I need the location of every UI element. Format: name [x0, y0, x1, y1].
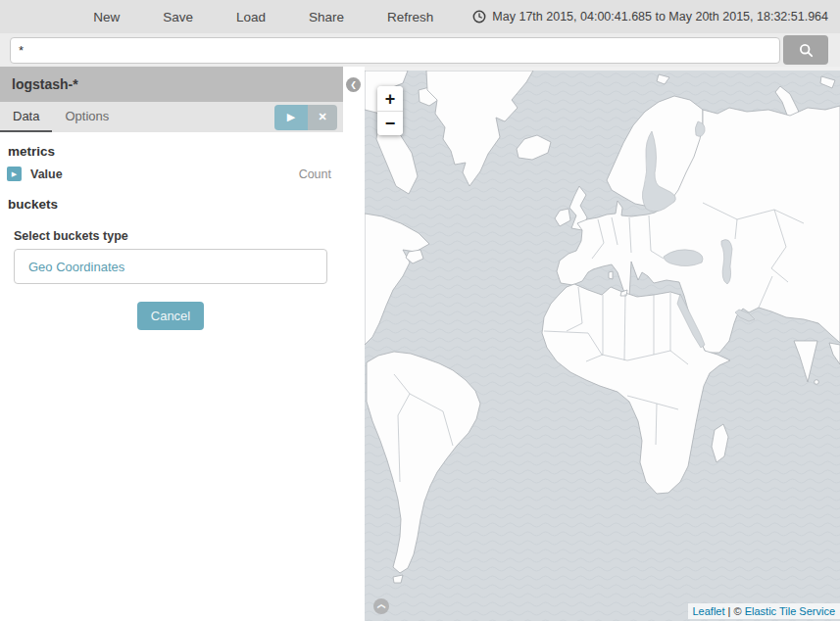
zoom-in-button[interactable]: + — [377, 86, 403, 111]
map-attribution: Leaflet | © Elastic Tile Service — [688, 603, 840, 619]
leaflet-link[interactable]: Leaflet — [693, 605, 725, 617]
main-area: logstash-* Data Options ▶ ✕ metrics ▶ Va… — [0, 67, 840, 621]
index-pattern-header: logstash-* — [0, 67, 343, 102]
spy-panel-toggle[interactable]: ❮ — [373, 598, 389, 614]
cancel-button[interactable]: Cancel — [137, 302, 204, 330]
search-icon — [799, 43, 814, 58]
nav-refresh[interactable]: Refresh — [366, 10, 455, 24]
chevron-right-icon: ▶ — [12, 170, 17, 178]
bucket-type-select[interactable]: Geo Coordinates — [14, 249, 327, 284]
nav-load[interactable]: Load — [215, 10, 287, 24]
select-buckets-type-label: Select buckets type — [14, 229, 327, 243]
sidebar-tabbar: Data Options ▶ ✕ — [0, 102, 343, 132]
time-range-text: May 17th 2015, 04:00:41.685 to May 20th … — [492, 10, 828, 24]
search-button[interactable] — [783, 35, 828, 65]
vis-apply-actions: ▶ ✕ — [274, 102, 343, 132]
nav-save[interactable]: Save — [141, 10, 215, 24]
copyright-symbol: © — [734, 605, 745, 617]
nav-share[interactable]: Share — [287, 10, 366, 24]
metric-row-value: ▶ Value Count — [0, 163, 343, 185]
time-range-picker[interactable]: May 17th 2015, 04:00:41.685 to May 20th … — [455, 10, 828, 24]
search-input[interactable] — [10, 37, 780, 64]
tile-map[interactable]: + − ❮ Leaflet | © Elastic Tile Service — [365, 67, 840, 621]
tab-data[interactable]: Data — [0, 102, 52, 132]
discard-changes-button[interactable]: ✕ — [308, 105, 337, 130]
bucket-type-form: Select buckets type Geo Coordinates Canc… — [0, 215, 343, 330]
top-nav-bar: New Save Load Share Refresh May 17th 201… — [0, 0, 840, 33]
map-canvas[interactable] — [365, 71, 840, 621]
chevron-up-icon: ❮ — [373, 603, 389, 610]
metrics-heading: metrics — [0, 132, 343, 163]
nav-new[interactable]: New — [72, 10, 141, 24]
zoom-out-button[interactable]: − — [377, 111, 403, 135]
query-bar — [0, 33, 840, 67]
landmass-sardinia — [609, 271, 613, 279]
tab-options[interactable]: Options — [52, 102, 122, 132]
collapse-sidebar-button[interactable]: ❮ — [346, 77, 361, 92]
buckets-heading: buckets — [0, 185, 343, 215]
metric-expand-toggle[interactable]: ▶ — [7, 167, 22, 181]
metric-agg-type: Count — [299, 167, 331, 181]
chevron-left-icon: ❮ — [350, 80, 357, 89]
clock-icon — [472, 10, 486, 24]
sidebar-gutter: ❮ — [343, 67, 365, 621]
apply-changes-button[interactable]: ▶ — [274, 105, 308, 130]
map-zoom-control: + − — [377, 86, 403, 135]
landmass-sri-lanka — [815, 380, 819, 385]
tile-service-link[interactable]: Elastic Tile Service — [745, 605, 835, 617]
metric-label: Value — [30, 167, 63, 181]
attribution-separator: | — [725, 605, 734, 617]
bucket-type-selected-option: Geo Coordinates — [28, 260, 124, 274]
vis-editor-sidebar: logstash-* Data Options ▶ ✕ metrics ▶ Va… — [0, 67, 343, 621]
world-map — [365, 71, 840, 621]
